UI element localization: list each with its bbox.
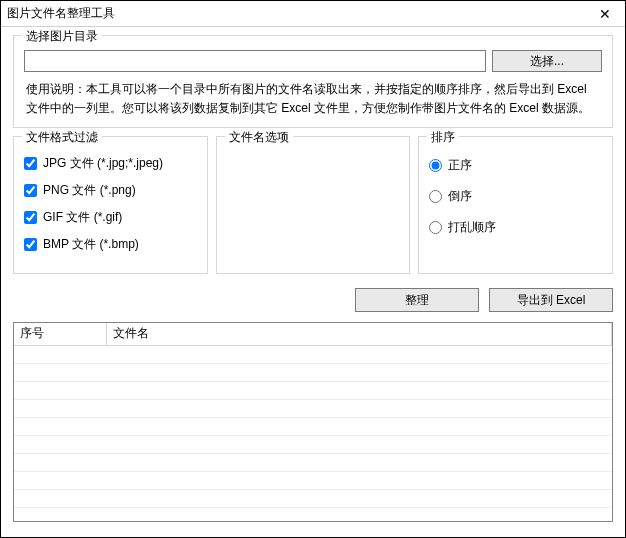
filter-bmp-row[interactable]: BMP 文件 (*.bmp) xyxy=(24,236,197,253)
filter-gif-checkbox[interactable] xyxy=(24,211,37,224)
browse-button[interactable]: 选择... xyxy=(492,50,602,72)
table-row[interactable] xyxy=(14,471,612,489)
filter-group-legend: 文件格式过滤 xyxy=(22,129,102,146)
titlebar: 图片文件名整理工具 ✕ xyxy=(1,1,625,27)
action-row: 整理 导出到 Excel xyxy=(13,288,613,312)
col-filename-header[interactable]: 文件名 xyxy=(106,323,612,345)
filter-gif-label: GIF 文件 (*.gif) xyxy=(43,209,122,226)
name-options-group: 文件名选项 xyxy=(216,136,411,274)
table-row[interactable] xyxy=(14,345,612,363)
results-table: 序号 文件名 xyxy=(14,323,612,508)
filter-png-row[interactable]: PNG 文件 (*.png) xyxy=(24,182,197,199)
sort-shuffle-row[interactable]: 打乱顺序 xyxy=(429,219,602,236)
table-row[interactable] xyxy=(14,435,612,453)
filter-jpg-label: JPG 文件 (*.jpg;*.jpeg) xyxy=(43,155,163,172)
sort-group-legend: 排序 xyxy=(427,129,459,146)
table-row[interactable] xyxy=(14,417,612,435)
export-excel-button[interactable]: 导出到 Excel xyxy=(489,288,613,312)
organize-button[interactable]: 整理 xyxy=(355,288,479,312)
filter-bmp-label: BMP 文件 (*.bmp) xyxy=(43,236,139,253)
close-icon: ✕ xyxy=(599,6,611,22)
filter-gif-row[interactable]: GIF 文件 (*.gif) xyxy=(24,209,197,226)
sort-desc-label: 倒序 xyxy=(448,188,472,205)
table-row[interactable] xyxy=(14,453,612,471)
window-title: 图片文件名整理工具 xyxy=(7,5,115,22)
filter-png-checkbox[interactable] xyxy=(24,184,37,197)
sort-shuffle-label: 打乱顺序 xyxy=(448,219,496,236)
table-body xyxy=(14,345,612,507)
name-options-group-legend: 文件名选项 xyxy=(225,129,293,146)
col-seq-header[interactable]: 序号 xyxy=(14,323,106,345)
filter-jpg-checkbox[interactable] xyxy=(24,157,37,170)
filter-png-label: PNG 文件 (*.png) xyxy=(43,182,136,199)
close-button[interactable]: ✕ xyxy=(585,1,625,27)
content-area: 选择图片目录 选择... 使用说明：本工具可以将一个目录中所有图片的文件名读取出… xyxy=(1,27,625,530)
sort-shuffle-radio[interactable] xyxy=(429,221,442,234)
table-row[interactable] xyxy=(14,489,612,507)
results-table-wrap: 序号 文件名 xyxy=(13,322,613,522)
sort-asc-radio[interactable] xyxy=(429,159,442,172)
sort-asc-row[interactable]: 正序 xyxy=(429,157,602,174)
sort-desc-radio[interactable] xyxy=(429,190,442,203)
filter-jpg-row[interactable]: JPG 文件 (*.jpg;*.jpeg) xyxy=(24,155,197,172)
options-row: 文件格式过滤 JPG 文件 (*.jpg;*.jpeg) PNG 文件 (*.p… xyxy=(13,136,613,282)
sort-desc-row[interactable]: 倒序 xyxy=(429,188,602,205)
directory-group: 选择图片目录 选择... 使用说明：本工具可以将一个目录中所有图片的文件名读取出… xyxy=(13,35,613,128)
table-row[interactable] xyxy=(14,363,612,381)
directory-row: 选择... xyxy=(24,50,602,72)
table-header-row: 序号 文件名 xyxy=(14,323,612,345)
sort-asc-label: 正序 xyxy=(448,157,472,174)
filter-group: 文件格式过滤 JPG 文件 (*.jpg;*.jpeg) PNG 文件 (*.p… xyxy=(13,136,208,274)
table-row[interactable] xyxy=(14,399,612,417)
directory-group-legend: 选择图片目录 xyxy=(22,28,102,45)
filter-bmp-checkbox[interactable] xyxy=(24,238,37,251)
directory-input[interactable] xyxy=(24,50,486,72)
usage-description: 使用说明：本工具可以将一个目录中所有图片的文件名读取出来，并按指定的顺序排序，然… xyxy=(24,80,602,117)
sort-group: 排序 正序 倒序 打乱顺序 xyxy=(418,136,613,274)
table-row[interactable] xyxy=(14,381,612,399)
